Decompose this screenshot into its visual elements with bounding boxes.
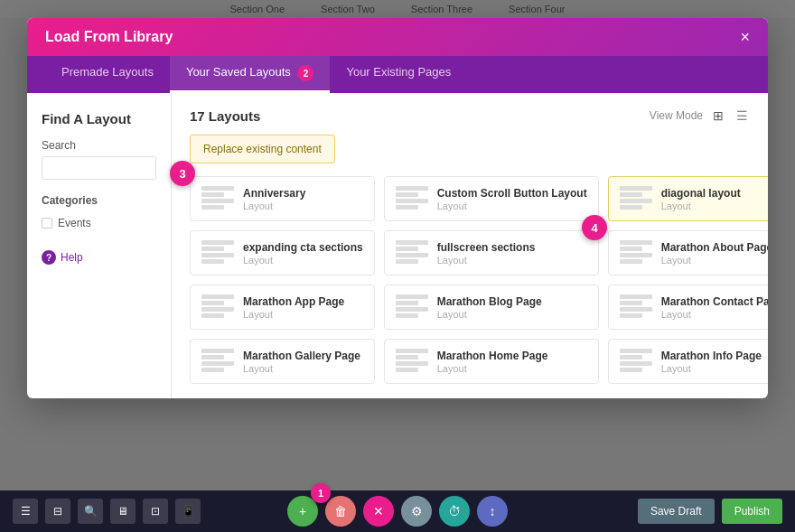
- layout-type: Layout: [661, 363, 768, 374]
- tab-saved-layouts[interactable]: Your Saved Layouts 2: [170, 56, 331, 93]
- layout-info: Marathon Info Page Layout: [661, 350, 768, 374]
- layout-thumbnail: [201, 294, 234, 320]
- layout-type: Layout: [437, 363, 587, 374]
- toolbar-mobile-icon[interactable]: 📱: [175, 499, 201, 524]
- layout-card-marathon-home[interactable]: Marathon Home Page Layout: [384, 339, 599, 384]
- layout-info: Marathon Gallery Page Layout: [243, 350, 363, 374]
- annotation-1: 1: [311, 483, 331, 503]
- layout-info: Custom Scroll Button Layout Layout: [437, 187, 587, 211]
- list-view-icon[interactable]: ☰: [734, 107, 750, 124]
- toolbar-desktop-icon[interactable]: 🖥: [110, 499, 136, 524]
- publish-button[interactable]: Publish: [722, 499, 782, 524]
- toolbar-left: ☰ ⊟ 🔍 🖥 ⊡ 📱: [13, 499, 201, 524]
- close-button[interactable]: ✕: [363, 496, 394, 527]
- settings-button[interactable]: ⚙: [401, 496, 432, 527]
- layout-card-anniversary[interactable]: Anniversary Layout: [190, 176, 375, 221]
- layout-card-marathon-info[interactable]: Marathon Info Page Layout: [608, 339, 768, 384]
- layout-info: Marathon About Page Layout: [661, 241, 768, 266]
- view-mode-label: View Mode: [650, 109, 703, 122]
- layout-thumbnail: [620, 349, 652, 374]
- layout-type: Layout: [243, 201, 363, 211]
- toolbar-layout-icon[interactable]: ⊟: [45, 499, 70, 524]
- layout-name: Custom Scroll Button Layout: [437, 187, 587, 200]
- tab-existing-pages[interactable]: Your Existing Pages: [330, 56, 467, 93]
- help-link[interactable]: ? Help: [42, 250, 156, 265]
- layout-card-expanding-cta[interactable]: expanding cta sections Layout: [190, 230, 375, 275]
- replace-banner[interactable]: Replace existing content: [190, 135, 335, 163]
- grid-view-icon[interactable]: ⊞: [710, 107, 726, 124]
- layout-thumbnail: [396, 240, 428, 266]
- layout-info: Marathon Blog Page Layout: [437, 295, 587, 320]
- events-label: Events: [58, 217, 91, 229]
- tab-premade-layouts[interactable]: Premade Layouts: [45, 56, 170, 93]
- add-button[interactable]: + 1: [287, 496, 318, 527]
- modal-body: Find A Layout Search Categories Events ?…: [27, 93, 768, 398]
- category-events[interactable]: Events: [42, 214, 156, 232]
- layout-type: Layout: [243, 309, 363, 320]
- layout-card-marathon-about[interactable]: Marathon About Page Layout: [608, 230, 768, 275]
- tabs-bar: Premade Layouts Your Saved Layouts 2 You…: [27, 56, 768, 93]
- layout-name: Marathon App Page: [243, 295, 363, 308]
- layout-name: Marathon Info Page: [661, 350, 768, 362]
- layout-name: Marathon Gallery Page: [243, 350, 363, 362]
- layout-info: diagonal layout Layout: [661, 187, 768, 211]
- layout-thumbnail: [620, 294, 652, 320]
- layout-name: Marathon About Page: [661, 241, 768, 254]
- add-icon: +: [299, 504, 306, 518]
- layout-thumbnail: [396, 294, 428, 320]
- layout-card-diagonal[interactable]: diagonal layout Layout: [608, 176, 768, 221]
- layouts-grid: Anniversary Layout Custom Scroll Butto: [190, 176, 750, 384]
- trash-icon: 🗑: [334, 504, 347, 518]
- layout-name: Anniversary: [243, 187, 363, 200]
- delete-button[interactable]: 🗑: [325, 496, 356, 527]
- layout-type: Layout: [661, 255, 768, 266]
- help-icon: ?: [42, 250, 56, 265]
- save-draft-button[interactable]: Save Draft: [638, 499, 715, 524]
- layout-card-custom-scroll[interactable]: Custom Scroll Button Layout Layout: [384, 176, 599, 221]
- history-icon: ⏱: [448, 504, 461, 518]
- layout-info: Marathon Contact Page Layout: [661, 295, 768, 320]
- view-mode-controls: View Mode ⊞ ☰: [650, 107, 750, 124]
- toolbar-tablet-icon[interactable]: ⊡: [143, 499, 168, 524]
- layout-name: fullscreen sections: [437, 241, 587, 254]
- modal-close-button[interactable]: ×: [740, 29, 750, 45]
- layout-thumbnail: [201, 349, 234, 374]
- layout-icon: ↕: [490, 504, 496, 518]
- saved-layouts-badge: 2: [297, 65, 313, 81]
- layout-card-fullscreen[interactable]: fullscreen sections Layout: [384, 230, 599, 275]
- layout-toggle-button[interactable]: ↕: [477, 496, 508, 527]
- layout-name: diagonal layout: [661, 187, 768, 200]
- layout-info: fullscreen sections Layout: [437, 241, 587, 266]
- toolbar-right: Save Draft Publish: [638, 499, 782, 524]
- layout-card-marathon-gallery[interactable]: Marathon Gallery Page Layout: [190, 339, 375, 384]
- layout-thumbnail: [620, 186, 652, 211]
- toolbar-search-icon[interactable]: 🔍: [78, 499, 103, 524]
- layouts-count: 17 Layouts: [190, 108, 260, 124]
- layout-thumbnail: [201, 186, 234, 211]
- layout-info: Anniversary Layout: [243, 187, 363, 211]
- layout-card-marathon-app[interactable]: Marathon App Page Layout: [190, 285, 375, 330]
- modal: Load From Library × Premade Layouts Your…: [27, 18, 768, 398]
- main-content: 17 Layouts View Mode ⊞ ☰ Replace existin…: [172, 93, 768, 398]
- layout-type: Layout: [437, 309, 587, 320]
- layout-thumbnail: [396, 186, 428, 211]
- layout-name: expanding cta sections: [243, 241, 363, 254]
- settings-icon: ⚙: [411, 504, 423, 518]
- categories-title: Categories: [42, 194, 156, 207]
- layout-card-marathon-blog[interactable]: Marathon Blog Page Layout: [384, 285, 599, 330]
- annotation-4: 4: [582, 215, 607, 240]
- layout-info: Marathon Home Page Layout: [437, 350, 587, 374]
- layout-name: Marathon Blog Page: [437, 295, 587, 308]
- toolbar-menu-icon[interactable]: ☰: [13, 499, 38, 524]
- layout-card-marathon-contact[interactable]: Marathon Contact Page Layout: [608, 285, 768, 330]
- history-button[interactable]: ⏱: [439, 496, 470, 527]
- bottom-toolbar: ☰ ⊟ 🔍 🖥 ⊡ 📱 + 1 🗑 ✕ ⚙ ⏱ ↕ Sav: [0, 490, 795, 532]
- layouts-header: 17 Layouts View Mode ⊞ ☰: [190, 107, 750, 124]
- search-input[interactable]: [42, 156, 156, 180]
- toolbar-center: + 1 🗑 ✕ ⚙ ⏱ ↕: [287, 496, 508, 527]
- events-checkbox[interactable]: [42, 218, 52, 229]
- layout-thumbnail: [620, 240, 652, 266]
- layout-name: Marathon Home Page: [437, 350, 587, 362]
- layout-thumbnail: [201, 240, 234, 266]
- modal-overlay: Load From Library × Premade Layouts Your…: [0, 0, 795, 532]
